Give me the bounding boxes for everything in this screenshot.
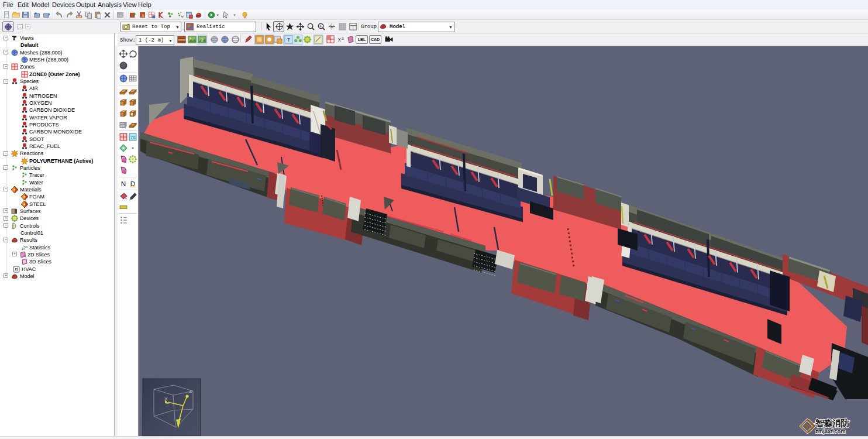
svg-text:3: 3 [341, 36, 343, 41]
svg-text:Z: Z [189, 389, 192, 394]
svg-text:T: T [287, 37, 291, 43]
svg-text:智淼消防: 智淼消防 [815, 418, 850, 428]
svg-text:D: D [130, 180, 135, 187]
svg-text:zmjaxf.com: zmjaxf.com [815, 428, 846, 434]
svg-text:2: 2 [201, 37, 203, 43]
svg-text:70: 70 [130, 135, 136, 140]
svg-text:₁2³: ₁2³ [22, 245, 27, 251]
svg-text:N: N [121, 180, 126, 187]
svg-text:X: X [164, 396, 168, 402]
